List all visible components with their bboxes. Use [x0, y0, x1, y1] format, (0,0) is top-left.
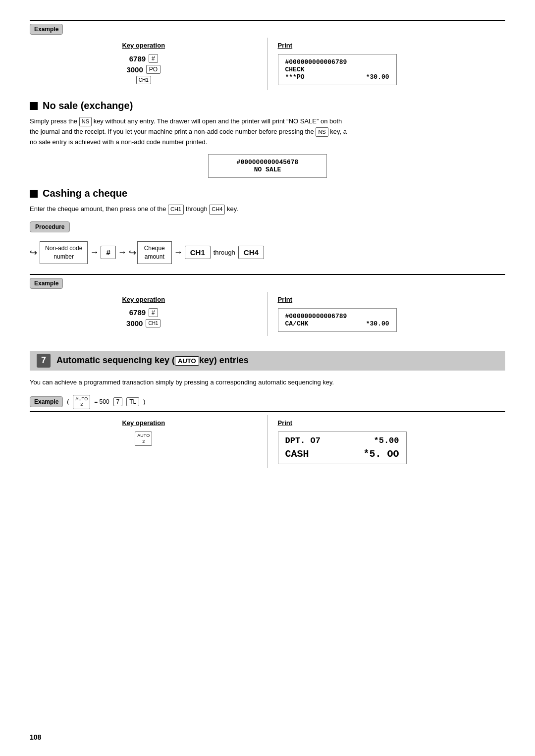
no-sale-receipt-wrapper: #000000000045678 NO SALE — [30, 154, 505, 178]
top-key-item-3: CH1 — [30, 76, 258, 84]
top-example-label: Example — [30, 24, 63, 35]
ch1-key-inline: CH1 — [168, 205, 184, 215]
top-two-col: Key operation 6789 # 3000 PO CH1 Print #… — [30, 38, 505, 90]
cashing-key-item-2: 3000 CH1 — [30, 319, 258, 327]
cashing-heading-text: Cashing a cheque — [43, 188, 127, 199]
flow-ch4-key: CH4 — [238, 246, 264, 259]
cashing-key-number-1: 6789 — [129, 308, 146, 317]
auto-seq-receipt-line2-right: *5. OO — [363, 448, 399, 460]
cashing-through: through — [186, 205, 208, 213]
auto-seq-receipt-line1-left: DPT. O7 — [285, 436, 321, 445]
top-receipt-line2: CHECK — [285, 66, 389, 73]
cashing-square-icon — [30, 190, 38, 198]
cashing-receipt-line1: #000000000006789 — [285, 313, 389, 320]
no-sale-body5: no sale entry is achieved with a non-add… — [30, 138, 207, 146]
cashing-key-op-header: Key operation — [30, 296, 258, 303]
flow-hash-key: # — [101, 246, 115, 259]
no-sale-heading-text: No sale (exchange) — [43, 100, 133, 111]
top-print-header: Print — [278, 42, 506, 49]
auto-seq-receipt-box: DPT. O7 *5.00 CASH *5. OO — [278, 432, 407, 464]
auto-seq-auto-key: AUTO2 — [135, 432, 152, 446]
top-receipt-box: #000000000006789 CHECK ***PO *30.00 — [278, 54, 397, 85]
auto-seq-receipt-line1-right: *5.00 — [374, 436, 399, 445]
auto-seq-receipt-line2: CASH *5. OO — [285, 448, 399, 460]
no-sale-heading: No sale (exchange) — [30, 100, 505, 111]
top-key-po: PO — [146, 65, 160, 74]
flow-ch1-key: CH1 — [185, 246, 211, 259]
auto-seq-heading: Automatic sequencing key (AUTOkey) entri… — [56, 355, 249, 366]
cashing-key-item-1: 6789 # — [30, 308, 258, 317]
auto-seq-key-op-col: Key operation AUTO2 — [30, 415, 268, 468]
cashing-procedure: Procedure ↪ Non-add codenumber → # → ↪ C… — [30, 221, 505, 264]
curved-arrow2-icon: ↪ — [129, 247, 136, 258]
page-number: 108 — [30, 733, 41, 741]
top-key-item-1: 6789 # — [30, 54, 258, 63]
auto-seq-receipt-line2-left: CASH — [285, 448, 309, 460]
cashing-body2: key. — [227, 205, 238, 213]
top-continuation-section: Example Key operation 6789 # 3000 PO CH1… — [30, 20, 505, 90]
cashing-receipt-line2-left: CA/CHK — [285, 320, 309, 327]
cashing-heading: Cashing a cheque — [30, 188, 505, 199]
auto-seq-section: 7 Automatic sequencing key (AUTOkey) ent… — [30, 351, 505, 468]
top-example-section: Example Key operation 6789 # 3000 PO CH1… — [30, 20, 505, 90]
auto-seq-example-section: Key operation AUTO2 Print DPT. O7 *5.00 … — [30, 411, 505, 468]
auto-seq-equals: = 500 — [94, 398, 109, 405]
cashing-key-number-2: 3000 — [126, 319, 143, 327]
flow-through-text: through — [214, 249, 235, 256]
flow-arrow-2: → — [118, 247, 127, 258]
no-sale-section: No sale (exchange) Simply press the NS k… — [30, 100, 505, 178]
top-key-operation-col: Key operation 6789 # 3000 PO CH1 — [30, 38, 268, 90]
top-key-item-2: 3000 PO — [30, 65, 258, 74]
flow-arrow-1: → — [90, 247, 99, 258]
cashing-two-col: Key operation 6789 # 3000 CH1 Print #000… — [30, 292, 505, 336]
top-key-number-2: 3000 — [126, 65, 143, 74]
ns-key-inline: NS — [79, 117, 92, 127]
top-example-header: Example — [30, 24, 505, 35]
top-receipt-line3: ***PO *30.00 — [285, 73, 389, 81]
no-sale-body: Simply press the NS key without any entr… — [30, 116, 505, 147]
auto-seq-receipt-line1: DPT. O7 *5.00 — [285, 436, 399, 445]
cashing-example-section: Example Key operation 6789 # 3000 CH1 Pr… — [30, 274, 505, 336]
cashing-print-header: Print — [278, 296, 506, 303]
no-sale-body3: the journal and the receipt. If you let … — [30, 128, 314, 135]
cashing-example-top: Example — [30, 278, 505, 289]
cashing-key-op-col: Key operation 6789 # 3000 CH1 — [30, 292, 268, 336]
no-sale-body1: Simply press the — [30, 117, 77, 125]
auto-seq-example-label: Example — [30, 396, 63, 407]
auto-seq-two-col: Key operation AUTO2 Print DPT. O7 *5.00 … — [30, 415, 505, 468]
flow-nonadd-label: Non-add codenumber — [45, 245, 82, 260]
auto-seq-number-badge: 7 — [37, 354, 51, 368]
cashing-key-hash: # — [149, 308, 158, 317]
top-receipt-line3-right: *30.00 — [366, 73, 389, 81]
ch4-key-inline: CH4 — [209, 205, 225, 215]
auto-seq-key-wrapper: AUTO2 — [30, 432, 258, 446]
flow-entry-arrow: ↪ — [30, 247, 39, 258]
auto-seq-body: You can achieve a programmed transaction… — [30, 378, 505, 388]
top-key-op-header: Key operation — [30, 42, 258, 49]
no-sale-square-icon — [30, 102, 38, 110]
auto-seq-example-row: Example ( AUTO2 = 500 7 TL ) — [30, 395, 505, 409]
auto-seq-example-paren-open: ( — [67, 398, 69, 405]
procedure-flow: ↪ Non-add codenumber → # → ↪ Chequeamoun… — [30, 241, 505, 264]
auto-seq-key-tl: TL — [126, 397, 139, 406]
no-sale-body2: key without any entry. The drawer will o… — [94, 117, 342, 125]
top-print-col: Print #000000000006789 CHECK ***PO *30.0… — [268, 38, 506, 90]
no-sale-receipt-line1: #000000000045678 — [215, 159, 320, 166]
flow-entry-arrow2: ↪ — [129, 247, 136, 258]
top-key-hash: # — [149, 54, 158, 63]
auto-seq-key-7: 7 — [113, 397, 123, 406]
cashing-print-col: Print #000000000006789 CA/CHK *30.00 — [268, 292, 506, 336]
flow-box-cheque: Chequeamount — [137, 241, 172, 264]
top-receipt-line1: #000000000006789 — [285, 58, 389, 66]
curved-arrow-icon: ↪ — [30, 247, 37, 258]
no-sale-receipt-line2: NO SALE — [215, 166, 320, 173]
auto-seq-print-col: Print DPT. O7 *5.00 CASH *5. OO — [268, 415, 506, 468]
cashing-body1: Enter the cheque amount, then press one … — [30, 205, 166, 213]
auto-seq-numbered-header: 7 Automatic sequencing key (AUTOkey) ent… — [30, 351, 505, 371]
cashing-receipt-box: #000000000006789 CA/CHK *30.00 — [278, 308, 397, 332]
cashing-receipt-line2-right: *30.00 — [366, 320, 389, 327]
flow-cheque-label: Chequeamount — [144, 245, 165, 260]
procedure-label: Procedure — [30, 221, 70, 232]
auto-seq-key-op-header: Key operation — [30, 419, 258, 427]
auto-key-inline: AUTO — [175, 356, 199, 366]
